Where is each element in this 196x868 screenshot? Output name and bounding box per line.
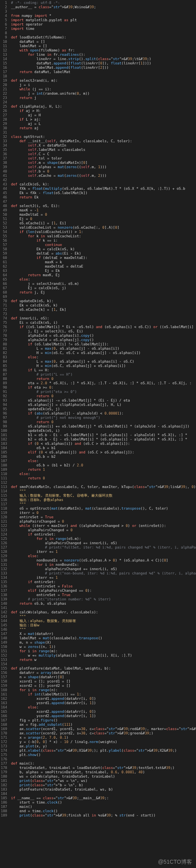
code-line[interactable] [11, 662, 196, 666]
code-line[interactable]: oS.b = (b1 + b2) / 2.0 [11, 463, 196, 468]
code-line[interactable]: else: [11, 277, 196, 282]
code-line[interactable]: oS.alphas[i] += oS.labelMat[j] * oS.labe… [11, 424, 196, 429]
code-line[interactable]: 输出：目标b, 参数alphas [11, 498, 196, 502]
code-line[interactable]: ws = calcWs(alphas, trainDataSet, trainL… [11, 774, 196, 779]
code-line[interactable]: Ek = calcEk(oS, k) [11, 303, 196, 308]
code-line[interactable]: lineArr = line.strip().split(class="str"… [11, 57, 196, 61]
code-line[interactable]: maxDeltaE = deltaE [11, 264, 196, 269]
code-line[interactable]: dataArr = array(dataMat) [11, 671, 196, 675]
code-line[interactable]: else: [11, 355, 196, 360]
code-line[interactable]: """ [11, 615, 196, 619]
code-line[interactable]: self.alphas = mat(zeros((self.m, 1))) [11, 165, 196, 169]
code-line[interactable]: # print("L == H") [11, 373, 196, 377]
code-line[interactable]: xcord2 = []; ycord2 = [] [11, 684, 196, 688]
code-line[interactable]: aj = H [11, 113, 196, 117]
code-line[interactable]: return aj [11, 126, 196, 130]
code-line[interactable]: while (j == i): [11, 87, 196, 92]
code-line[interactable]: H = min(oS.C, oS.C + oS.alphas[j] - oS.a… [11, 351, 196, 355]
code-line[interactable]: j = i [11, 83, 196, 87]
code-line[interactable]: for i in range(n): [11, 688, 196, 692]
code-line[interactable]: self.eCache = mat(zeros((self.m, 2))) [11, 174, 196, 178]
code-line[interactable] [11, 100, 196, 105]
code-line[interactable]: eta = 2.0 * oS.X[i, :] * oS.X[j, :].T - … [11, 381, 196, 385]
code-line[interactable]: oS.eCache[i] = [1, Ei] [11, 221, 196, 226]
code-line[interactable] [11, 295, 196, 299]
code-line[interactable]: else: [11, 554, 196, 558]
code-line[interactable]: """ [11, 502, 196, 506]
code-line[interactable]: xcord1 = []; ycord1 = [] [11, 679, 196, 684]
code-line[interactable]: ax.scatter(xcord1, ycord1, s=30, c=class… [11, 727, 196, 731]
code-line[interactable]: entireSet = True [11, 593, 196, 597]
code-line[interactable]: def smoP(dataMatIn, classLabels, C, tole… [11, 485, 196, 489]
code-line[interactable]: if __name__ == class="str">&#39;__main__… [11, 796, 196, 800]
code-line[interactable]: Ej = Ek [11, 269, 196, 273]
code-line[interactable]: L = max(0, oS.alphas[j] - oS.alphas[i]) [11, 347, 196, 351]
code-line[interactable]: plotFeature(trainDataSet, trainLabel, ws… [11, 787, 196, 792]
code-line[interactable]: L = max(0, oS.alphas[j] + oS.alphas[i] -… [11, 360, 196, 364]
code-line[interactable]: trainDataSet, trainLabel = loadDataSet(c… [11, 766, 196, 770]
code-line[interactable]: return 0 [11, 476, 196, 481]
code-line[interactable]: oS = optStruct(mat(dataMatIn), mat(class… [11, 506, 196, 511]
code-line[interactable]: oS.alphas[j] = clipAlpha(oS.alphas[j], H… [11, 403, 196, 407]
code-line[interactable]: w = zeros((n, 1)) [11, 645, 196, 649]
code-line[interactable]: print(class="str">&#39;finish all in %s&… [11, 813, 196, 818]
code-line[interactable]: for i in range(m): [11, 649, 196, 653]
code-line[interactable]: def selectJrand(i, m): [11, 79, 196, 83]
code-line[interactable]: validEcacheList = nonzero(oS.eCache[:, 0… [11, 226, 196, 230]
code-line[interactable]: import matplotlib.pyplot as plt [11, 18, 196, 22]
code-line[interactable]: return 1 [11, 468, 196, 472]
code-line[interactable]: for i in range(oS.m): [11, 537, 196, 541]
code-line[interactable]: return j [11, 96, 196, 100]
code-line[interactable]: labelMat = mat(classLabels).transpose() [11, 636, 196, 640]
code-line[interactable] [11, 9, 196, 14]
code-line[interactable]: print(class="str">"ws = \n", ws) [11, 779, 196, 783]
code-line[interactable]: oS.b = b1 [11, 446, 196, 450]
code-line[interactable]: entireSet = True [11, 515, 196, 519]
code-line[interactable]: iterr = 0 [11, 511, 196, 515]
code-line[interactable]: def clipAlpha(aj, H, L): [11, 105, 196, 109]
code-line[interactable]: """ [11, 489, 196, 494]
code-line[interactable]: # print("eta >= 0") [11, 390, 196, 394]
code-line[interactable]: # print("non-bound, iter: %d i:%d, pairs… [11, 571, 196, 576]
code-line[interactable]: self.b = 0 [11, 169, 196, 174]
code-line[interactable]: 输入：数据集, 类别标签, 常数C, 容错率, 最大循环次数 [11, 494, 196, 498]
code-line[interactable]: Ek = calcEk(oS, k) [11, 247, 196, 251]
code-line[interactable]: alphaPairsChanged += innerL(i, oS) [11, 541, 196, 545]
code-line[interactable]: self.C = C [11, 152, 196, 156]
code-line[interactable]: return maxK, Ej [11, 273, 196, 277]
code-line[interactable]: 输出：目标w [11, 623, 196, 628]
code-line[interactable]: return j, Ej [11, 290, 196, 295]
code-line[interactable]: while (iterr < maxIter) and ((alphaPairs… [11, 524, 196, 528]
code-line[interactable]: if k == i: [11, 239, 196, 243]
code-line[interactable] [11, 200, 196, 204]
code-line[interactable]: alphaIold = oS.alphas[i].copy() [11, 334, 196, 338]
code-line[interactable]: if entireSet: [11, 580, 196, 584]
code-line[interactable]: import operator [11, 22, 196, 27]
code-line[interactable]: if aj > H: [11, 109, 196, 113]
code-line[interactable]: def calcWs(alphas, dataArr, classLabels)… [11, 610, 196, 615]
code-line[interactable]: elif (0 < oS.alphas[j]) and (oS.C > oS.a… [11, 450, 196, 455]
code-line[interactable]: aj = L [11, 122, 196, 126]
code-line[interactable]: def selectJ(i, oS, Ei): [11, 204, 196, 208]
code-line[interactable]: maxDeltaE = 0 [11, 213, 196, 217]
code-line[interactable]: alphaJold = oS.alphas[j].copy() [11, 338, 196, 342]
code-line[interactable] [11, 312, 196, 316]
code-line[interactable]: ycord1.append(dataArr[i, 1]) [11, 701, 196, 705]
code-line[interactable]: ax.plot(x, y) [11, 744, 196, 749]
code-line[interactable]: if (abs(oS.alphas[j] - alphaJold) < 0.00… [11, 411, 196, 416]
code-line[interactable]: def innerL(i, oS): [11, 316, 196, 321]
code-line[interactable]: j = int(random.uniform(0, m)) [11, 92, 196, 96]
code-line[interactable]: self.labelMat = classLabels [11, 148, 196, 152]
code-line[interactable] [11, 74, 196, 79]
code-line[interactable]: ax.scatter(xcord2, ycord2, s=30, c=class… [11, 731, 196, 736]
code-line[interactable]: updateEk(oS, j) [11, 407, 196, 411]
code-line[interactable]: return w [11, 658, 196, 662]
code-line[interactable]: Ej = 0 [11, 217, 196, 221]
code-line[interactable]: import time [11, 27, 196, 31]
code-line[interactable]: return 0 [11, 420, 196, 424]
code-line[interactable]: if (len(validEcacheList)) > 1: [11, 230, 196, 234]
code-line[interactable] [11, 31, 196, 35]
code-line[interactable]: def __init__(self, dataMatIn, classLabel… [11, 139, 196, 143]
code-line[interactable]: iterr += 1 [11, 576, 196, 580]
code-line[interactable]: y = (-b[0, 0] * x) - 10 / linalg.norm(we… [11, 740, 196, 744]
